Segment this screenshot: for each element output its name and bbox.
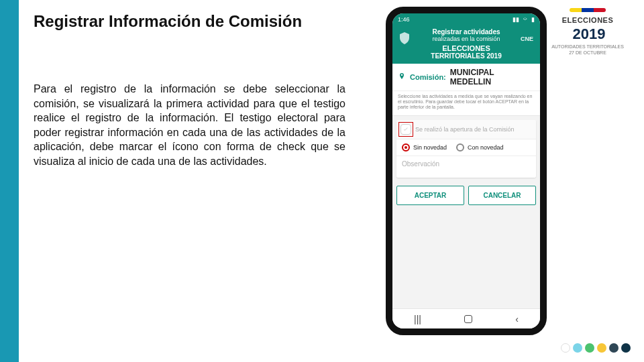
- decor-dots: [561, 343, 631, 353]
- logo-subtitle: AUTORIDADES TERRITORIALES: [547, 44, 628, 49]
- phone-mockup: 1:46 ▮▮ ⌔ ▮ CNE Registrar actividades re…: [386, 7, 547, 335]
- status-bar: 1:46 ▮▮ ⌔ ▮: [392, 13, 540, 25]
- dot-icon: [573, 343, 582, 353]
- observation-input[interactable]: Observación: [396, 156, 536, 178]
- wifi-icon: ⌔: [523, 16, 527, 23]
- flag-stripe: [570, 8, 582, 12]
- accept-button[interactable]: ACEPTAR: [396, 186, 464, 205]
- radio-con-novedad[interactable]: Con novedad: [456, 143, 504, 152]
- status-time: 1:46: [398, 16, 410, 23]
- instruction-text: Seleccione las actividades a medida que …: [392, 91, 540, 116]
- app-header: CNE Registrar actividades realizadas en …: [392, 25, 540, 64]
- signal-icon: ▮▮: [513, 16, 519, 23]
- radio-label: Sin novedad: [413, 144, 447, 151]
- radio-dot-icon: [456, 143, 464, 152]
- comision-row: Comisión: MUNICIPAL MEDELLIN: [392, 64, 540, 91]
- pin-icon: [398, 72, 406, 82]
- dot-icon: [621, 343, 631, 353]
- status-icons: ▮▮ ⌔ ▮: [510, 16, 535, 23]
- elections-logo: ELECCIONES 2019 AUTORIDADES TERRITORIALE…: [547, 8, 628, 55]
- page-title: Registrar Información de Comisión: [34, 12, 302, 31]
- flag-icon: [570, 8, 606, 12]
- flag-stripe: [594, 8, 606, 12]
- dot-icon: [609, 343, 619, 353]
- logo-word: ELECCIONES: [562, 16, 614, 24]
- header-sub2: TERRITORIALES 2019: [410, 52, 523, 60]
- header-line1: Registrar actividades: [410, 28, 523, 36]
- activity-header[interactable]: Se realizó la apertura de la Comisión: [396, 120, 536, 139]
- activity-card: Se realizó la apertura de la Comisión Si…: [396, 120, 536, 178]
- flag-stripe: [582, 8, 594, 12]
- logo-year: 2019: [573, 25, 606, 43]
- button-row: ACEPTAR CANCELAR: [392, 182, 540, 209]
- dot-icon: [597, 343, 606, 353]
- activity-title: Se realizó la apertura de la Comisión: [415, 126, 515, 133]
- home-icon[interactable]: [464, 315, 472, 323]
- logo-date: 27 DE OCTUBRE: [547, 50, 628, 55]
- android-navbar: ||| ‹: [392, 308, 540, 328]
- cancel-button[interactable]: CANCELAR: [468, 186, 536, 205]
- radio-dot-icon: [402, 143, 410, 152]
- comision-label: Comisión:: [410, 73, 446, 81]
- accent-left-bar: [0, 0, 19, 362]
- header-line2: realizadas en la comisión: [410, 36, 523, 42]
- dot-icon: [561, 343, 570, 353]
- blank-area: [392, 209, 540, 310]
- back-icon[interactable]: ‹: [515, 314, 519, 324]
- highlight-callout: [398, 122, 413, 137]
- recents-icon[interactable]: |||: [414, 314, 421, 324]
- radio-sin-novedad[interactable]: Sin novedad: [402, 143, 447, 152]
- body-paragraph: Para el registro de la información se de…: [34, 82, 345, 169]
- radio-label: Con novedad: [468, 144, 504, 151]
- radio-group: Sin novedad Con novedad: [396, 139, 536, 156]
- dot-icon: [585, 343, 594, 353]
- header-sub1: ELECCIONES: [410, 44, 523, 52]
- comision-value: MUNICIPAL MEDELLIN: [450, 68, 535, 86]
- battery-icon: ▮: [531, 16, 535, 23]
